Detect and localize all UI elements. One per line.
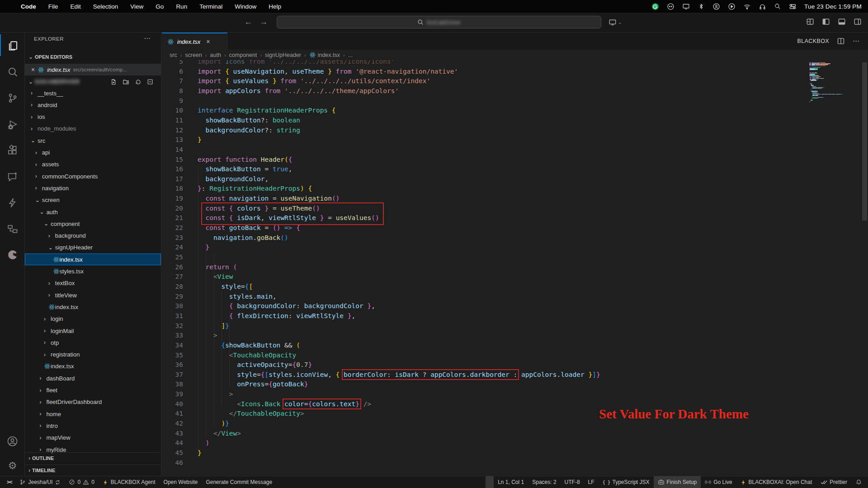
panel-left-icon[interactable] (822, 18, 830, 26)
statusbar-generate-commit-message[interactable]: Generate Commit Message (202, 476, 276, 488)
statusbar-indentation[interactable]: Spaces: 2 (528, 476, 560, 488)
activitybar-chat-sparkle[interactable] (0, 165, 25, 187)
folder-home[interactable]: ›home (25, 408, 161, 420)
timeline-section[interactable]: › TIMELINE (25, 465, 161, 475)
statusbar-encoding[interactable]: UTF-8 (561, 476, 584, 488)
activitybar-lightning[interactable] (0, 192, 25, 213)
menu-edit[interactable]: Edit (71, 3, 81, 10)
breadcrumb-item-[interactable]: ... (348, 52, 353, 58)
breadcrumb-item-screen[interactable]: screen (185, 52, 202, 58)
display-icon[interactable] (682, 3, 690, 10)
folder-dashboard[interactable]: ›dashBoard (25, 372, 161, 384)
file-indextsx[interactable]: index.tsx (25, 301, 161, 313)
menu-run[interactable]: Run (176, 3, 187, 10)
folder-otp[interactable]: ›otp (25, 337, 161, 348)
wifi-icon[interactable] (743, 3, 751, 10)
project-root-row[interactable]: ⌄ GOCABDRIVER (25, 76, 161, 88)
menu-go[interactable]: Go (156, 3, 164, 10)
file-stylestsx[interactable]: styles.tsx (25, 266, 161, 277)
layout-grid-icon[interactable] (806, 18, 814, 26)
activitybar-blackbox-logo[interactable] (0, 244, 25, 266)
explorer-more-actions[interactable]: ⋯ (144, 34, 151, 42)
menu-help[interactable]: Help (269, 3, 281, 10)
activitybar-settings[interactable]: ⚙ (0, 455, 25, 476)
folder-background[interactable]: ›background (25, 230, 161, 242)
folder-screen[interactable]: ⌄screen (25, 194, 161, 206)
breadcrumb-item-indextsx[interactable]: index.tsx (309, 52, 340, 58)
code-area[interactable]: Set Value For Dark Theme 5import Icons f… (161, 33, 868, 476)
minimap[interactable] (809, 62, 854, 104)
folder-component[interactable]: ⌄component (25, 218, 161, 230)
headphones-icon[interactable] (759, 3, 766, 10)
file-indextsx[interactable]: index.tsx (25, 361, 161, 372)
statusbar-problems[interactable]: 00 (65, 476, 98, 488)
bluetooth-icon[interactable] (698, 3, 705, 10)
open-editor-item[interactable]: × index.tsx src/screen/auth/comp... (25, 64, 161, 75)
history-back-button[interactable]: ← (244, 17, 252, 27)
panel-bottom-icon[interactable] (838, 18, 846, 26)
blackbox-editor-label[interactable]: BLACKBOX (797, 38, 829, 44)
statusbar-branch-status[interactable]: Jeesha/UI (15, 476, 65, 488)
folder-registration[interactable]: ›registration (25, 349, 161, 361)
new-file-icon[interactable] (110, 79, 117, 85)
history-forward-button[interactable]: → (259, 17, 268, 27)
statusbar-eol[interactable]: LF (584, 476, 599, 488)
folder-tests[interactable]: ›__tests__ (25, 87, 161, 99)
screen-cast-button[interactable]: ⌄ (609, 18, 622, 26)
breadcrumb-item-signUpHeader[interactable]: signUpHeader (265, 52, 301, 58)
folder-titleview[interactable]: ›titleView (25, 289, 161, 301)
command-center-search[interactable]: GoCabDriver (277, 16, 601, 28)
breadcrumb-item-auth[interactable]: auth (210, 52, 221, 58)
activitybar-files[interactable] (0, 34, 25, 56)
activitybar-flow[interactable] (0, 218, 25, 239)
statusbar-prettier[interactable]: Prettier (816, 476, 851, 488)
refresh-icon[interactable] (135, 79, 142, 85)
panel-right-icon[interactable] (854, 18, 862, 26)
new-folder-icon[interactable] (123, 79, 129, 85)
activitybar-extensions[interactable] (0, 139, 25, 161)
menu-code[interactable]: Code (21, 3, 36, 10)
folder-android[interactable]: ›android (25, 99, 161, 111)
statusbar-blackbox-agent[interactable]: BLACKBOX Agent (99, 476, 160, 488)
folder-commoncomponents[interactable]: ›commonComponents (25, 170, 161, 182)
activitybar-debug[interactable] (0, 113, 25, 135)
activitybar-account[interactable] (0, 430, 25, 452)
folder-api[interactable]: ›api (25, 147, 161, 159)
collapse-all-icon[interactable] (147, 79, 154, 85)
facetime-icon[interactable] (712, 3, 720, 10)
breadcrumb-item-src[interactable]: src (170, 52, 177, 58)
folder-mapview[interactable]: ›mapView (25, 432, 161, 444)
menu-selection[interactable]: Selection (93, 3, 118, 10)
statusbar-zoom-indicator[interactable] (486, 476, 494, 488)
folder-fleet[interactable]: ›fleet (25, 385, 161, 396)
statusbar-finish-setup[interactable]: Finish Setup (654, 476, 701, 488)
statusbar-language-mode[interactable]: { }TypeScript JSX (599, 476, 654, 488)
folder-textbox[interactable]: ›textBox (25, 277, 161, 289)
folder-src[interactable]: ⌄src (25, 135, 161, 146)
statusbar-open-website[interactable]: Open Website (160, 476, 202, 488)
folder-fleetdriverdashboard[interactable]: ›fleetDriverDashboard (25, 396, 161, 408)
folder-nodemodules[interactable]: ›node_modules (25, 123, 161, 135)
activitybar-search[interactable] (0, 61, 25, 82)
statusbar-blackbox-chat[interactable]: BLACKBOXAI: Open Chat (736, 476, 816, 488)
folder-signupheader[interactable]: ⌄signUpHeader (25, 242, 161, 253)
spotlight-icon[interactable] (774, 3, 781, 10)
play-icon[interactable] (728, 3, 736, 10)
close-icon[interactable]: × (31, 66, 35, 73)
folder-ios[interactable]: ›ios (25, 111, 161, 123)
folder-auth[interactable]: ⌄auth (25, 206, 161, 218)
folder-loginmail[interactable]: ›loginMail (25, 325, 161, 337)
tab-index-tsx[interactable]: index.tsx × (162, 33, 227, 50)
folder-navigation[interactable]: ›navigation (25, 182, 161, 194)
menu-view[interactable]: View (130, 3, 143, 10)
outline-section[interactable]: › OUTLINE (25, 452, 161, 463)
editor-scrollbar[interactable] (862, 62, 867, 221)
statusbar-notifications[interactable] (851, 476, 866, 488)
folder-assets[interactable]: ›assets (25, 159, 161, 170)
folder-intro[interactable]: ›intro (25, 420, 161, 432)
control-center-icon[interactable] (789, 3, 797, 10)
breadcrumb[interactable]: src›screen›auth›component›signUpHeader›i… (161, 50, 868, 60)
open-editors-section[interactable]: ⌄ OPEN EDITORS (25, 52, 161, 62)
statusbar-remote-indicator[interactable]: >< (3, 476, 15, 488)
statusbar-go-live[interactable]: Go Live (701, 476, 736, 488)
